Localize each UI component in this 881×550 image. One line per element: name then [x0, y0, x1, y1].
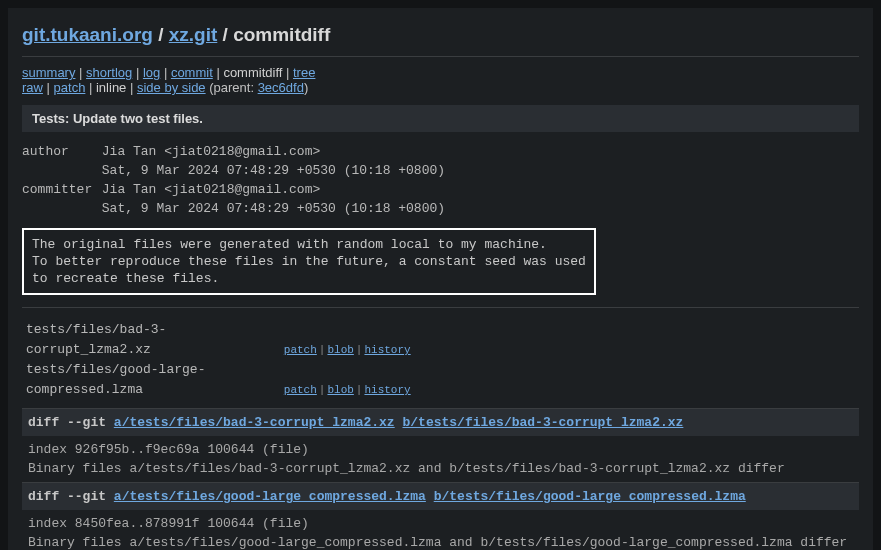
- commit-meta: author Jia Tan <jiat0218@gmail.com> Sat,…: [22, 132, 859, 228]
- file-patch-link[interactable]: patch: [284, 344, 317, 356]
- file-row: tests/files/good-large-compressed.lzma p…: [26, 360, 855, 400]
- msg-line: The original files were generated with r…: [32, 236, 586, 253]
- file-list: tests/files/bad-3-corrupt_lzma2.xz patch…: [22, 314, 859, 408]
- nav-bar: summary | shortlog | log | commit | comm…: [22, 56, 859, 99]
- diff-binary-line: Binary files a/tests/files/bad-3-corrupt…: [28, 459, 853, 478]
- page-container: git.tukaani.org / xz.git / commitdiff su…: [8, 8, 873, 550]
- nav-raw[interactable]: raw: [22, 80, 43, 95]
- file-links: patch|blob|history: [284, 340, 411, 360]
- divider: [22, 307, 859, 308]
- diff-prefix: diff --git: [28, 489, 114, 504]
- view-label: commitdiff: [233, 24, 330, 45]
- diff-index-line: index 8450fea..878991f 100644 (file): [28, 514, 853, 533]
- nav-inline-current: inline: [96, 80, 126, 95]
- host-link[interactable]: git.tukaani.org: [22, 24, 153, 45]
- breadcrumb: git.tukaani.org / xz.git / commitdiff: [22, 18, 859, 56]
- diff-binary-line: Binary files a/tests/files/good-large_co…: [28, 533, 853, 550]
- commit-message-box: The original files were generated with r…: [22, 228, 596, 295]
- sep: /: [217, 24, 233, 45]
- committer-value: Jia Tan <jiat0218@gmail.com>: [102, 180, 320, 199]
- diff-file-b-link[interactable]: b/tests/files/bad-3-corrupt_lzma2.xz: [403, 415, 684, 430]
- file-name: tests/files/good-large-compressed.lzma: [26, 360, 276, 400]
- nav-commit[interactable]: commit: [171, 65, 213, 80]
- file-history-link[interactable]: history: [364, 384, 410, 396]
- parent-hash-link[interactable]: 3ec6dfd: [258, 80, 304, 95]
- nav-commitdiff-current: commitdiff: [223, 65, 282, 80]
- diff-header: diff --git a/tests/files/bad-3-corrupt_l…: [22, 409, 859, 436]
- nav-log[interactable]: log: [143, 65, 160, 80]
- diff-block: diff --git a/tests/files/good-large_comp…: [22, 482, 859, 550]
- msg-line: To better reproduce these files in the f…: [32, 253, 586, 270]
- nav-sidebyside[interactable]: side by side: [137, 80, 206, 95]
- file-blob-link[interactable]: blob: [327, 384, 353, 396]
- nav-tree[interactable]: tree: [293, 65, 315, 80]
- file-history-link[interactable]: history: [364, 344, 410, 356]
- commit-title: Tests: Update two test files.: [22, 105, 859, 132]
- parent-label: (parent:: [206, 80, 258, 95]
- diff-file-a-link[interactable]: a/tests/files/good-large_compressed.lzma: [114, 489, 426, 504]
- committer-date: Sat, 9 Mar 2024 07:48:29 +0530 (10:18 +0…: [102, 199, 445, 218]
- close-paren: ): [304, 80, 308, 95]
- file-blob-link[interactable]: blob: [327, 344, 353, 356]
- msg-line: to recreate these files.: [32, 270, 586, 287]
- nav-shortlog[interactable]: shortlog: [86, 65, 132, 80]
- diff-prefix: diff --git: [28, 415, 114, 430]
- sep: /: [153, 24, 169, 45]
- file-name: tests/files/bad-3-corrupt_lzma2.xz: [26, 320, 276, 360]
- diff-file-a-link[interactable]: a/tests/files/bad-3-corrupt_lzma2.xz: [114, 415, 395, 430]
- file-row: tests/files/bad-3-corrupt_lzma2.xz patch…: [26, 320, 855, 360]
- author-date: Sat, 9 Mar 2024 07:48:29 +0530 (10:18 +0…: [102, 161, 445, 180]
- diff-block: diff --git a/tests/files/bad-3-corrupt_l…: [22, 408, 859, 482]
- author-value: Jia Tan <jiat0218@gmail.com>: [102, 142, 320, 161]
- diff-index-line: index 926f95b..f9ec69a 100644 (file): [28, 440, 853, 459]
- committer-label: committer: [22, 180, 94, 199]
- author-label: author: [22, 142, 94, 161]
- file-links: patch|blob|history: [284, 380, 411, 400]
- file-patch-link[interactable]: patch: [284, 384, 317, 396]
- nav-patch[interactable]: patch: [54, 80, 86, 95]
- diff-header: diff --git a/tests/files/good-large_comp…: [22, 483, 859, 510]
- nav-summary[interactable]: summary: [22, 65, 75, 80]
- diff-file-b-link[interactable]: b/tests/files/good-large_compressed.lzma: [434, 489, 746, 504]
- repo-link[interactable]: xz.git: [169, 24, 218, 45]
